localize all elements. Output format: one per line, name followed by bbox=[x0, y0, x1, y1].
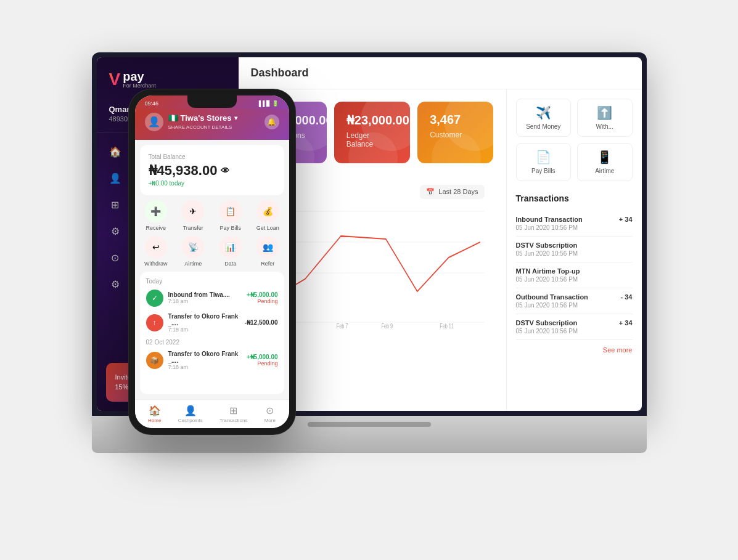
qa-send-money[interactable]: ✈️ Send Money bbox=[516, 99, 572, 137]
tx-amount-phone-oct-0: +₦5,000.00 bbox=[247, 354, 278, 360]
phone-action-transfer[interactable]: ✈ Transfer bbox=[177, 200, 210, 231]
phone-tx-item-1: ↑ Transfer to Okoro Frank _.... 7:18 am … bbox=[146, 313, 278, 333]
tx-amount-phone-1: -₦12,500.00 bbox=[245, 319, 278, 326]
phone-bottom-nav: 🏠 Home 👤 Cashpoints ⊞ Transactions ⊙ Mor… bbox=[135, 399, 289, 428]
balance-change: +₦0.00 today bbox=[149, 180, 276, 187]
tx-info-1: Transfer to Okoro Frank _.... 7:18 am bbox=[168, 313, 240, 333]
tx-icon-1: ↑ bbox=[146, 314, 163, 331]
phone-notch bbox=[187, 95, 237, 108]
transactions-title: Transactions bbox=[516, 193, 633, 203]
data-circle: 📊 bbox=[219, 236, 242, 258]
transfer-circle: ✈ bbox=[182, 200, 204, 222]
transactions-nav-label: Transactions bbox=[219, 418, 248, 423]
balance-section: Total Balance ₦45,938.00 👁 +₦0.00 today bbox=[140, 145, 284, 195]
store-flag: 🇳🇬 bbox=[168, 113, 178, 123]
tx-amount-0: + 34 bbox=[619, 216, 633, 223]
svg-text:Feb 11: Feb 11 bbox=[440, 322, 454, 328]
phone-action-get-loan[interactable]: 💰 Get Loan bbox=[252, 200, 284, 231]
phone: 09:46 ▐▐ ▊ 🔋 👤 🇳🇬 Tiwa's Stores bbox=[129, 89, 295, 434]
tx-item-2: MTN Airtime Top-up 05 Jun 2020 10:56 PM bbox=[516, 262, 633, 288]
tx-name-3: Outbound Transaction bbox=[516, 293, 633, 301]
phone-nav-home[interactable]: 🏠 Home bbox=[148, 405, 161, 423]
right-panel: ✈️ Send Money ⬆️ With... 📄 Pay Bills bbox=[506, 89, 642, 411]
content-area: ₦356,000.00 Transactions ₦23,000.00 Ledg… bbox=[239, 89, 642, 411]
referral-icon: ⊙ bbox=[109, 252, 121, 264]
date-filter[interactable]: 📅 Last 28 Days bbox=[420, 185, 484, 199]
phone-action-airtime[interactable]: 📡 Airtime bbox=[177, 236, 210, 267]
home-icon: 🏠 bbox=[109, 146, 121, 158]
tx-date-2: 05 Jun 2020 10:56 PM bbox=[516, 276, 633, 283]
tx-amount-3: - 34 bbox=[621, 293, 633, 301]
tx-name-0: Inbound Transaction bbox=[516, 216, 633, 223]
eye-icon[interactable]: 👁 bbox=[221, 166, 229, 176]
tx-date-0: 05 Jun 2020 10:56 PM bbox=[516, 224, 633, 231]
logo-v: V bbox=[109, 70, 121, 89]
notification-icon[interactable]: 🔔 bbox=[264, 115, 279, 129]
phone-outer: 09:46 ▐▐ ▊ 🔋 👤 🇳🇬 Tiwa's Stores bbox=[129, 89, 295, 434]
svg-text:Feb 7: Feb 7 bbox=[336, 322, 348, 328]
phone-signals: ▐▐ ▊ 🔋 bbox=[257, 100, 279, 107]
pay-bills-circle: 📋 bbox=[219, 200, 242, 222]
tx-item-1: DSTV Subscription 05 Jun 2020 10:56 PM bbox=[516, 237, 633, 262]
tx-name-4: DSTV Subscription bbox=[516, 319, 633, 327]
settings-icon: ⚙ bbox=[109, 278, 121, 290]
svg-text:Feb 9: Feb 9 bbox=[381, 322, 393, 328]
transactions-icon: ⊞ bbox=[109, 199, 121, 211]
withdraw-phone-label: Withdraw bbox=[144, 261, 168, 267]
phone-action-withdraw[interactable]: ↩ Withdraw bbox=[140, 236, 173, 267]
phone-nav-transactions[interactable]: ⊞ Transactions bbox=[219, 405, 248, 423]
date-section-label: 02 Oct 2022 bbox=[146, 339, 278, 346]
tx-item-3: - 34 Outbound Transaction 05 Jun 2020 10… bbox=[516, 288, 633, 314]
phone-nav-cashpoints[interactable]: 👤 Cashpoints bbox=[178, 405, 203, 423]
phone-tx-section: Today ✓ Inbound from Tiwa.... 7:18 am +₦… bbox=[140, 272, 284, 394]
get-loan-label: Get Loan bbox=[256, 225, 279, 231]
tx-time-phone-0: 7:18 am bbox=[168, 298, 242, 304]
quick-actions-grid: ✈️ Send Money ⬆️ With... 📄 Pay Bills bbox=[516, 99, 633, 181]
stat-card-customers: 3,467 Customer bbox=[417, 102, 493, 163]
phone-screen: 09:46 ▐▐ ▊ 🔋 👤 🇳🇬 Tiwa's Stores bbox=[135, 95, 289, 428]
qa-airtime-label: Airtime bbox=[595, 168, 614, 174]
tx-status-oct-0: Pending bbox=[247, 360, 278, 367]
phone-action-data[interactable]: 📊 Data bbox=[215, 236, 247, 267]
phone-nav-more[interactable]: ⊙ More bbox=[264, 405, 276, 423]
see-more-link[interactable]: See more bbox=[516, 346, 633, 354]
stat-customers-label: Customer bbox=[430, 131, 481, 139]
tx-name-phone-1: Transfer to Okoro Frank _.... bbox=[168, 313, 240, 327]
tx-icon-oct-0: 📦 bbox=[146, 352, 163, 369]
qa-airtime[interactable]: 📱 Airtime bbox=[577, 143, 633, 181]
transactions-nav-icon: ⊞ bbox=[229, 405, 237, 416]
analysis-icon: ⚙ bbox=[109, 225, 121, 237]
more-nav-label: More bbox=[264, 418, 276, 423]
tx-date-3: 05 Jun 2020 10:56 PM bbox=[516, 302, 633, 309]
airtime-phone-label: Airtime bbox=[184, 261, 202, 267]
tx-amount-4: + 34 bbox=[619, 319, 633, 327]
phone-store-row: 👤 🇳🇬 Tiwa's Stores ▾ SHARE ACCOUNT DETAI… bbox=[145, 113, 279, 131]
phone-action-receive[interactable]: ➕ Receive bbox=[140, 200, 173, 231]
receive-circle: ➕ bbox=[145, 200, 167, 222]
balance-amount: ₦45,938.00 👁 bbox=[149, 163, 276, 179]
phone-tx-item-0: ✓ Inbound from Tiwa.... 7:18 am +₦5,000.… bbox=[146, 290, 278, 307]
qa-pay-bills-label: Pay Bills bbox=[531, 168, 555, 174]
tx-amount-col-oct-0: +₦5,000.00 Pending bbox=[247, 354, 278, 367]
send-money-icon: ✈️ bbox=[536, 105, 551, 120]
home-nav-label: Home bbox=[148, 418, 161, 423]
tx-amount-col-0: +₦5,000.00 Pending bbox=[247, 291, 278, 304]
transfer-label: Transfer bbox=[183, 225, 203, 231]
stat-ledger-label: Ledger Balance bbox=[346, 131, 398, 148]
store-chevron-icon: ▾ bbox=[234, 115, 237, 121]
qa-withdraw-label: With... bbox=[596, 123, 613, 130]
phone-time: 09:46 bbox=[145, 100, 159, 107]
qa-withdraw[interactable]: ⬆️ With... bbox=[577, 99, 633, 137]
refer-label: Refer bbox=[261, 261, 274, 267]
logo-subtitle: For Merchant bbox=[123, 83, 156, 89]
phone-action-refer[interactable]: 👥 Refer bbox=[252, 236, 284, 267]
qa-pay-bills[interactable]: 📄 Pay Bills bbox=[516, 143, 572, 181]
tx-item-0: + 34 Inbound Transaction 05 Jun 2020 10:… bbox=[516, 211, 633, 237]
phone-action-pay-bills[interactable]: 📋 Pay Bills bbox=[215, 200, 247, 231]
store-name-text: Tiwa's Stores bbox=[181, 113, 232, 123]
phone-avatar: 👤 bbox=[145, 113, 163, 131]
tx-info-0: Inbound from Tiwa.... 7:18 am bbox=[168, 291, 242, 304]
tx-date-1: 05 Jun 2020 10:56 PM bbox=[516, 250, 633, 257]
share-account-btn[interactable]: SHARE ACCOUNT DETAILS bbox=[168, 124, 264, 130]
date-filter-label: Last 28 Days bbox=[438, 188, 478, 195]
